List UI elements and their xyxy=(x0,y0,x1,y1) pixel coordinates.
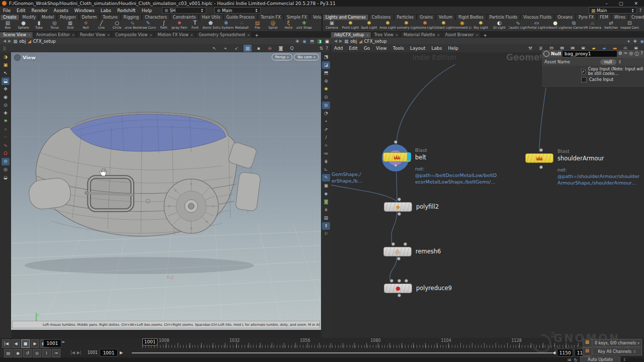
pane-tab-scene-view[interactable]: Scene View✕ xyxy=(0,32,33,38)
shelf-tool-tube[interactable]: ▮Tube xyxy=(31,20,47,31)
pane-tab-add[interactable]: + xyxy=(252,33,261,38)
network-menu-edit[interactable]: Edit xyxy=(346,46,360,51)
close-tab-icon[interactable]: ✕ xyxy=(437,33,440,37)
shelf-tab-fem[interactable]: FEM xyxy=(597,14,611,20)
path-root[interactable]: obj xyxy=(19,39,26,44)
shelf-tool-grid[interactable]: ▦Grid xyxy=(62,20,78,31)
maximize-pane-icon[interactable]: ▣ xyxy=(325,39,329,44)
shelf-tool-sphere[interactable]: ●Sphere xyxy=(16,20,31,31)
show-handles-icon[interactable]: ◑ xyxy=(2,53,10,61)
follow-icon[interactable]: ➟ xyxy=(52,349,60,357)
pin-icon[interactable]: ✚ xyxy=(295,39,299,44)
pane-tab-asset-browser[interactable]: Asset Browser✕ xyxy=(442,32,481,38)
marker-icon[interactable]: ⚐ xyxy=(322,230,330,238)
pane-tab-tree-view[interactable]: Tree View✕ xyxy=(371,32,400,38)
key-channels-icon[interactable]: ▩ xyxy=(583,347,592,356)
angle-icon[interactable]: ∟ xyxy=(322,166,330,173)
range-end-marker[interactable]: 1150 xyxy=(557,349,573,356)
diamond-icon[interactable]: ◆ xyxy=(322,190,330,198)
node-connector[interactable] xyxy=(391,242,395,246)
shelf-tab-vellum[interactable]: Vellum xyxy=(436,14,455,20)
shelf-tool-metaball[interactable]: ∴Metaball xyxy=(234,20,250,31)
headlight-icon[interactable]: ⊙ xyxy=(322,94,330,101)
keyframe-colors-icon[interactable]: ▦ xyxy=(583,339,592,347)
split-icon[interactable]: ◨ xyxy=(317,39,321,44)
view-mode-icon[interactable]: ▦ xyxy=(244,45,252,52)
back-icon[interactable]: ◀ xyxy=(3,39,6,43)
select-arrow-icon[interactable]: ↖ xyxy=(2,69,10,77)
shelf-tab-rigid-bodies[interactable]: Rigid Bodies xyxy=(455,14,486,20)
maximize-button[interactable]: ▢ xyxy=(619,1,623,6)
close-tab-icon[interactable]: ✕ xyxy=(366,33,369,37)
shelf-tab-volume[interactable]: Volume xyxy=(310,14,321,20)
right-main-selector[interactable]: ▦ Main↕ xyxy=(589,7,637,14)
pane-tab-render-view[interactable]: Render View✕ xyxy=(77,32,112,38)
minimize-button[interactable]: – xyxy=(605,1,608,6)
pane-tab-composite-view[interactable]: Composite View✕ xyxy=(112,32,154,38)
path-node[interactable]: CFX_setup xyxy=(33,39,56,44)
shelf-tool-vr-camera[interactable]: ⌓VR Camera xyxy=(583,20,602,31)
wire-shade-icon[interactable]: ◔ xyxy=(322,110,330,117)
shelf-tool-torus[interactable]: ◎Torus xyxy=(47,20,62,31)
shelf-tab-collisions[interactable]: Collisions xyxy=(369,14,394,20)
checkbox[interactable]: ✓ xyxy=(581,69,586,74)
ghost-others-icon[interactable]: ◪ xyxy=(322,61,330,69)
menu-file[interactable]: File xyxy=(0,8,14,13)
info-panel-icon[interactable]: ▤ xyxy=(322,214,330,222)
shelf-tool-l-system[interactable]: ❋L-System xyxy=(218,20,234,31)
drag-handle-icon[interactable]: ⣿ xyxy=(0,46,9,51)
shelf-tool-portal-light[interactable]: ▭Portal Light xyxy=(527,20,546,31)
shelf-tool-path[interactable]: ∫Path xyxy=(156,20,172,31)
help-icon[interactable]: ? xyxy=(326,46,328,51)
close-tab-icon[interactable]: ✕ xyxy=(72,33,74,37)
shelf-tab-modify[interactable]: Modify xyxy=(20,14,39,20)
pane-tab-obj-cfx-setup[interactable]: /obj/CFX_setup✕ xyxy=(331,32,371,38)
menu-windows[interactable]: Windows xyxy=(71,8,98,13)
node-connector[interactable] xyxy=(394,163,397,167)
refresh-icon[interactable]: ↻ xyxy=(574,357,578,362)
path-node[interactable]: CFX_setup xyxy=(364,39,387,44)
drag-mode-icon[interactable]: ➶ xyxy=(232,45,240,52)
shelf-tab-pyro-fx[interactable]: Pyro FX xyxy=(576,14,597,20)
main-view-selector[interactable]: ⊕ Main↕ xyxy=(214,7,261,14)
gear-icon[interactable]: ⚙ xyxy=(618,51,622,57)
range-next-icon[interactable]: ▶| xyxy=(77,350,82,355)
close-tab-icon[interactable]: ✕ xyxy=(191,33,193,37)
shelf-tool-sky-light[interactable]: ✺Sky Light xyxy=(471,20,490,31)
shelf-tool-box[interactable]: ▧Box xyxy=(0,20,16,31)
display-lock-icon[interactable]: ⬒ xyxy=(322,69,330,77)
flipbook-icon[interactable]: ◒ xyxy=(2,174,10,182)
help-circle-icon[interactable]: ? xyxy=(637,8,644,13)
secure-selection-icon[interactable]: ⬓ xyxy=(2,77,10,85)
prev-frame-button[interactable]: ◀ xyxy=(12,339,20,348)
shelf-tool-gamepad-camera[interactable]: ⊟Gamepad Camera xyxy=(620,20,639,31)
node-connector[interactable] xyxy=(539,165,543,169)
shelf-tab-lights-and-cameras[interactable]: Lights and Cameras xyxy=(323,14,369,20)
range-start-label[interactable]: 1001 xyxy=(88,350,98,355)
view-gear-icon[interactable]: ⚙ xyxy=(2,158,10,165)
snap-point-icon[interactable]: ∵ xyxy=(2,134,10,141)
nocam-button[interactable]: No cam » xyxy=(294,54,319,60)
play-button[interactable]: ▶ xyxy=(31,339,39,348)
shelf-tool-switcher[interactable]: ⇄Switcher xyxy=(602,20,620,31)
realtime-toggle-icon[interactable]: ▤ xyxy=(4,349,13,357)
link-icon[interactable]: ◉ xyxy=(640,39,644,44)
shelf-tab-particle-fluids[interactable]: Particle Fluids xyxy=(487,14,520,20)
menu-edit[interactable]: Edit xyxy=(14,8,28,13)
shelf-tool-circle[interactable]: ○Circle xyxy=(109,20,125,31)
tools-wrench-icon[interactable]: ⚒ xyxy=(526,45,534,52)
network-menu-help[interactable]: Help xyxy=(445,46,461,51)
back-icon[interactable]: ◀ xyxy=(334,39,337,43)
shelf-tab-rigging[interactable]: Rigging xyxy=(121,14,142,20)
tick-settings-icon[interactable]: ⌇ xyxy=(42,349,51,357)
shelf-tool-ambient-light[interactable]: ●Ambient Light xyxy=(546,20,565,31)
record-icon[interactable]: ◎ xyxy=(33,349,41,357)
brush-icon[interactable]: ✑ xyxy=(624,51,628,57)
shelf-tab-crowds[interactable]: Crowds xyxy=(628,14,644,20)
pane-tab-motion-fx-view[interactable]: Motion FX View✕ xyxy=(154,32,195,38)
shelf-tool-spray-paint[interactable]: ✹Spray Paint xyxy=(172,20,187,31)
snap-magnet-icon[interactable]: Ω xyxy=(2,150,10,157)
normals-icon[interactable]: ⇗ xyxy=(322,126,330,133)
node-connector[interactable] xyxy=(397,212,401,216)
info-icon[interactable]: ⓘ xyxy=(634,51,639,57)
